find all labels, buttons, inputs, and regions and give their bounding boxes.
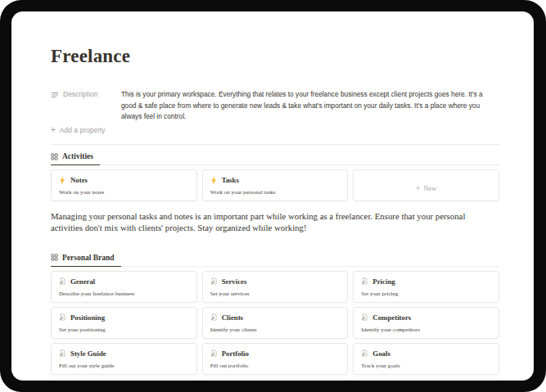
gallery-view-icon <box>51 254 58 261</box>
tab-activities-label: Activities <box>62 152 93 160</box>
page-pencil-icon <box>361 349 368 357</box>
card-subtitle: Set your services <box>210 291 341 297</box>
activities-gallery: NotesWork on your notesTasksWork on your… <box>51 169 499 201</box>
card-subtitle: Work on your notes <box>59 189 189 196</box>
card-subtitle: Identify your clients <box>210 327 341 333</box>
new-card-label: New <box>423 184 436 192</box>
tab-activities[interactable]: Activities <box>51 149 100 165</box>
card-subtitle: Describe your freelance business <box>59 291 189 297</box>
card-pricing[interactable]: PricingSet your pricing <box>353 271 499 303</box>
page-pencil-icon <box>59 313 66 321</box>
page-pencil-icon <box>361 313 368 321</box>
lightning-icon <box>59 177 66 184</box>
page-pencil-icon <box>210 277 218 285</box>
card-positioning[interactable]: PositioningSet your positioning <box>51 307 197 339</box>
card-title: Notes <box>70 176 88 184</box>
card-title: Clients <box>222 313 243 322</box>
card-subtitle: Set your positioning <box>59 327 189 333</box>
page-pencil-icon <box>59 349 66 357</box>
description-property-row: Description This is your primary workspa… <box>51 89 499 123</box>
notion-page: Freelance Description This is your prima… <box>11 11 534 381</box>
page-pencil-icon <box>210 349 218 357</box>
card-services[interactable]: ServicesSet your services <box>202 271 349 303</box>
card-title: Positioning <box>70 313 105 322</box>
card-subtitle: Set your pricing <box>361 291 491 297</box>
card-subtitle: Work on your personal tasks <box>210 189 341 196</box>
description-property-label[interactable]: Description <box>51 89 121 100</box>
card-subtitle: Identify your competitors <box>361 327 491 333</box>
page-pencil-icon <box>210 313 218 321</box>
card-reflection[interactable]: Reflection <box>51 379 197 381</box>
personal-brand-tab-bar: Personal Brand <box>51 250 499 267</box>
section-divider <box>51 144 499 145</box>
activities-tab-bar: Activities <box>51 149 499 166</box>
page-title: Freelance <box>51 44 499 69</box>
card-title: Competitors <box>372 313 411 322</box>
card-goals[interactable]: GoalsTrack your goals <box>353 343 499 375</box>
card-competitors[interactable]: CompetitorsIdentify your competitors <box>353 307 499 339</box>
page-pencil-icon <box>361 277 368 285</box>
note-paragraph: Managing your personal tasks and notes i… <box>51 211 499 233</box>
plus-icon: + <box>51 126 56 134</box>
new-card[interactable]: + New <box>353 169 499 201</box>
card-subtitle: Fill out your style guide <box>59 363 189 369</box>
add-property-label: Add a property <box>60 125 106 136</box>
description-label-text: Description <box>63 89 98 100</box>
card-testimonials[interactable]: Testimonials <box>202 379 349 381</box>
card-title: Portfolio <box>222 349 249 358</box>
card-title: Services <box>222 277 247 286</box>
card-clients[interactable]: ClientsIdentify your clients <box>202 307 349 339</box>
card-title: General <box>70 277 95 286</box>
card-title: Pricing <box>372 277 395 286</box>
card-subtitle: Track your goals <box>361 363 491 369</box>
card-subtitle: Fill out portfolio <box>210 363 341 369</box>
card-title: Style Guide <box>70 349 106 358</box>
card-style-guide[interactable]: Style GuideFill out your style guide <box>51 343 197 375</box>
lightning-icon <box>210 177 218 184</box>
card-tasks[interactable]: TasksWork on your personal tasks <box>202 169 349 201</box>
text-lines-icon <box>51 91 59 99</box>
card-empty[interactable] <box>353 379 499 381</box>
card-portfolio[interactable]: PortfolioFill out portfolio <box>202 343 349 375</box>
personal-brand-gallery: GeneralDescribe your freelance businessS… <box>51 271 499 381</box>
tab-personal-brand[interactable]: Personal Brand <box>51 250 121 267</box>
page-pencil-icon <box>59 277 66 285</box>
add-property-button[interactable]: + Add a property <box>51 125 499 136</box>
card-title: Tasks <box>222 176 239 184</box>
tab-personal-brand-label: Personal Brand <box>62 254 115 262</box>
description-value[interactable]: This is your primary workspace. Everythi… <box>121 89 499 123</box>
card-general[interactable]: GeneralDescribe your freelance business <box>51 271 197 303</box>
card-notes[interactable]: NotesWork on your notes <box>51 169 197 201</box>
card-title: Goals <box>372 349 390 358</box>
gallery-view-icon <box>51 153 58 160</box>
plus-icon: + <box>416 184 421 192</box>
